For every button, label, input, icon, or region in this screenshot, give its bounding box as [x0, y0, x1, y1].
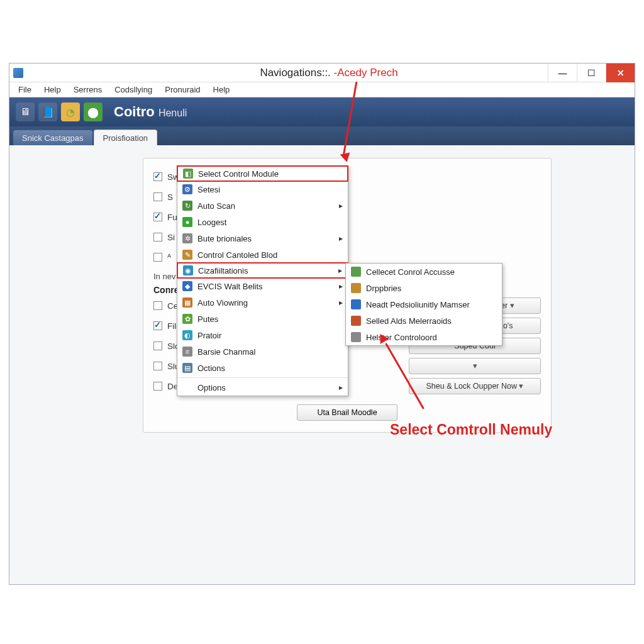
menu-item-0[interactable]: ◧Select Control Module: [177, 165, 348, 182]
checkbox[interactable]: [153, 321, 162, 330]
menu-item-label: Pratoir: [197, 331, 221, 340]
menu-item-8[interactable]: ▦Auto Viowring: [177, 294, 348, 311]
menu-item-icon: ✲: [182, 233, 192, 243]
dropdown-menu: ◧Select Control Module⚙Setesi↻Auto Scan●…: [177, 165, 348, 396]
menu-item-label: Loogest: [197, 218, 226, 227]
menu-item-2[interactable]: ↻Auto Scan: [177, 197, 348, 214]
submenu-item-3[interactable]: Selled Alds Melerraoids: [346, 313, 502, 329]
minimize-button[interactable]: —: [548, 64, 577, 82]
app-window: Naviogations::. -Acedy Prech — ☐ ✕ File …: [9, 63, 635, 585]
toolbar: 🖥 📘 ◔ ⬤ Coitro Henuli: [9, 97, 635, 126]
menu-item-icon: ✿: [182, 314, 192, 324]
menu-item-label: Control Cantoled Blod: [197, 250, 277, 260]
menu-item-icon: ●: [182, 217, 192, 227]
menu-item-icon: [182, 382, 192, 392]
window-title: Naviogations::. -Acedy Prech: [23, 67, 635, 79]
toolbar-icon-1[interactable]: 🖥: [16, 103, 35, 121]
submenu-item-label: Neadt Pedsioliunitly Mamser: [366, 300, 470, 309]
menu-serrens[interactable]: Serrens: [67, 84, 109, 96]
menu-item-icon: ◉: [183, 265, 193, 275]
right-button-4[interactable]: Sheu & Lock Oupper Now: [409, 378, 541, 394]
checkbox[interactable]: [153, 341, 162, 350]
submenu-item-icon: [351, 332, 361, 342]
submenu-item-label: Drppbries: [366, 284, 401, 293]
submenu-item-icon: [351, 283, 361, 293]
menu-item-label: Auto Viowring: [197, 298, 248, 308]
menu-item-icon: ▤: [182, 363, 192, 373]
submenu-item-label: Selled Alds Melerraoids: [366, 316, 452, 326]
menu-item-12[interactable]: ▤Octions: [177, 360, 348, 376]
toolbar-icon-3[interactable]: ◔: [61, 103, 80, 121]
menu-item-4[interactable]: ✲Bute brioniales: [177, 230, 348, 247]
menubar: File Help Serrens Codsllying Pronuraid H…: [9, 82, 635, 97]
checkbox[interactable]: [153, 382, 162, 391]
menu-file[interactable]: File: [12, 84, 38, 96]
footer-button[interactable]: Uta Bnail Moodle: [297, 404, 397, 421]
toolbar-icon-2[interactable]: 📘: [38, 103, 57, 121]
checkbox[interactable]: [153, 233, 162, 242]
checkbox[interactable]: [153, 172, 162, 181]
menu-item-7[interactable]: ◆EVCIS Walt Belits: [177, 278, 348, 294]
menu-item-icon: ◆: [182, 281, 192, 291]
brand-main: Coitro: [114, 104, 155, 119]
menu-item-9[interactable]: ✿Putes: [177, 311, 348, 327]
maximize-button[interactable]: ☐: [577, 64, 606, 82]
menu-item-3[interactable]: ●Loogest: [177, 214, 348, 230]
menu-item-icon: ◐: [182, 330, 192, 340]
checkbox[interactable]: [153, 362, 162, 370]
submenu-item-4[interactable]: Helster Controloord: [346, 329, 502, 345]
menu-item-label: Select Control Module: [198, 169, 279, 179]
menu-help[interactable]: Help: [38, 84, 67, 96]
menu-item-label: Putes: [197, 314, 218, 324]
menu-pronuraid[interactable]: Pronuraid: [158, 84, 206, 96]
menu-item-icon: ↻: [182, 201, 192, 211]
app-icon: [13, 68, 23, 78]
window-buttons: — ☐ ✕: [548, 64, 635, 82]
submenu-item-0[interactable]: Cellecet Conrol Accusse: [346, 264, 502, 280]
menu-item-label: Auto Scan: [197, 201, 235, 211]
submenu-item-icon: [351, 299, 361, 309]
menu-item-icon: ≡: [182, 347, 192, 357]
tab-active[interactable]: Proisfioation: [94, 130, 158, 145]
menu-item-icon: ⚙: [182, 184, 192, 194]
toolbar-icon-4[interactable]: ⬤: [84, 103, 103, 121]
tabstrip: Snick Castagpas Proisfioation: [9, 126, 635, 145]
menu-item-label: Bute brioniales: [197, 234, 252, 243]
titlebar: Naviogations::. -Acedy Prech — ☐ ✕: [9, 64, 635, 82]
submenu-item-icon: [351, 267, 361, 277]
menu-item-label: Barsie Chanmal: [197, 347, 256, 357]
checkbox[interactable]: [153, 192, 162, 201]
checkbox[interactable]: [153, 301, 162, 310]
submenu-item-label: Cellecet Conrol Accusse: [366, 267, 455, 277]
brand-sub: Henuli: [158, 108, 187, 118]
menu-item-1[interactable]: ⚙Setesi: [177, 181, 348, 197]
menu-item-label: EVCIS Walt Belits: [197, 282, 263, 291]
title-red: -Acedy Prech: [334, 67, 398, 79]
menu-item-5[interactable]: ✎Control Cantoled Blod: [177, 247, 348, 263]
checkbox[interactable]: [153, 253, 162, 262]
menu-item-icon: ▦: [182, 297, 192, 308]
tab-inactive[interactable]: Snick Castagpas: [13, 130, 92, 145]
menu-item-6[interactable]: ◉Cizafiiltationis: [177, 262, 348, 279]
menu-item-11[interactable]: ≡Barsie Chanmal: [177, 343, 348, 360]
menu-item-label: Setesi: [197, 185, 220, 194]
brand: Coitro Henuli: [114, 104, 187, 120]
menu-item-14[interactable]: Options: [177, 379, 348, 396]
submenu: Cellecet Conrol AccusseDrppbriesNeadt Pe…: [345, 263, 502, 346]
submenu-item-1[interactable]: Drppbries: [346, 280, 502, 296]
menu-item-label: Octions: [197, 364, 225, 373]
menu-item-10[interactable]: ◐Pratoir: [177, 327, 348, 343]
menu-item-label: Cizafiiltationis: [198, 266, 248, 275]
menu-codsllying[interactable]: Codsllying: [108, 84, 158, 96]
title-black: Naviogations::.: [260, 67, 330, 79]
menu-item-icon: ◧: [183, 169, 193, 179]
checkbox[interactable]: [153, 213, 162, 221]
submenu-item-icon: [351, 316, 361, 326]
menu-item-label: Options: [197, 383, 226, 392]
menu-item-icon: ✎: [182, 250, 192, 260]
close-button[interactable]: ✕: [606, 64, 635, 82]
submenu-item-2[interactable]: Neadt Pedsioliunitly Mamser: [346, 296, 502, 313]
right-button-3[interactable]: [409, 358, 541, 374]
menu-help2[interactable]: Help: [207, 84, 236, 96]
